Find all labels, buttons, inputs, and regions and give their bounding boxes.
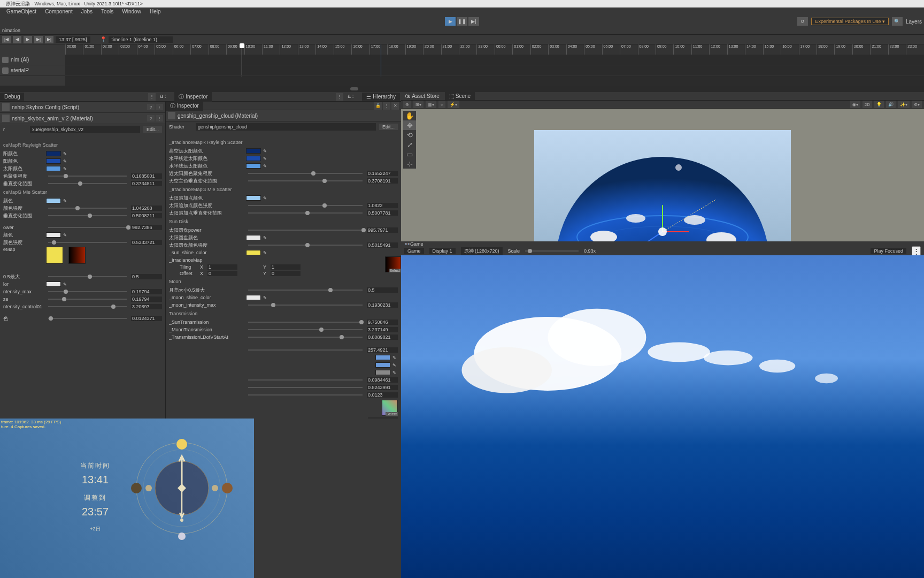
texture-slot[interactable]: Select <box>382 400 398 416</box>
eyedropper-icon[interactable]: ✎ <box>63 159 68 164</box>
menu-window[interactable]: Window <box>118 7 145 16</box>
value-field[interactable]: 257.4921 <box>367 347 398 353</box>
value-field[interactable]: 0.5015491 <box>367 242 398 248</box>
panel-opt-icon[interactable]: ⋮ <box>148 93 156 101</box>
slider[interactable] <box>48 208 127 209</box>
slider[interactable] <box>48 318 127 319</box>
play-focused-dropdown[interactable]: Play Focused <box>871 248 906 254</box>
eyedropper-icon[interactable]: ✎ <box>263 164 268 169</box>
color-swatch[interactable] <box>46 166 61 171</box>
step-button[interactable]: ▶| <box>468 17 479 26</box>
edit-button[interactable]: Edit... <box>143 126 162 133</box>
value-field[interactable]: 0.3734811 <box>131 181 162 186</box>
game-view[interactable] <box>401 255 924 578</box>
color-swatch[interactable] <box>246 163 261 169</box>
fx-toggle[interactable]: ✨▾ <box>898 101 910 108</box>
slider[interactable] <box>48 227 127 228</box>
color-swatch[interactable] <box>46 247 63 264</box>
tab-scene[interactable]: ⬚ Scene <box>445 92 475 100</box>
timeline-timecode[interactable]: 13:37 [.9925] <box>56 36 90 43</box>
value-field[interactable]: 0.5333721 <box>131 240 162 245</box>
menu-gameobject[interactable]: GameObject <box>2 7 41 16</box>
timeline-next-button[interactable]: ▶| <box>34 36 43 43</box>
eyedropper-icon[interactable]: ✎ <box>263 250 268 255</box>
value-field[interactable]: 0.5 <box>131 274 162 279</box>
animation-tab[interactable]: nimation <box>0 27 924 34</box>
pivot-button[interactable]: ⊕ <box>403 101 411 108</box>
color-swatch[interactable] <box>246 295 261 300</box>
rect-tool[interactable]: ▭ <box>403 149 416 159</box>
move-tool[interactable]: ✥ <box>403 120 416 130</box>
eyedropper-icon[interactable]: ✎ <box>63 233 68 238</box>
layers-dropdown[interactable]: Layers <box>906 19 922 25</box>
close-icon[interactable]: ✕ <box>391 102 399 110</box>
timeline-asset-dropdown[interactable]: timeline 1 (timeline 1) <box>109 36 173 43</box>
scene-view[interactable]: ✋ ✥ ⟲ ⤢ ▭ ⊹ <box>401 109 924 241</box>
material-header[interactable]: nship_skybox_anim_v 2 (Material) ?⋮ <box>0 113 165 124</box>
help-icon[interactable]: ? <box>147 115 155 121</box>
eyedropper-icon[interactable]: ✎ <box>263 149 268 154</box>
color-swatch[interactable] <box>46 151 61 156</box>
help-icon[interactable]: ? <box>147 104 155 110</box>
slider[interactable] <box>248 212 363 214</box>
color-swatch[interactable] <box>375 370 390 375</box>
lighting-toggle[interactable]: 💡 <box>874 101 884 108</box>
value-field[interactable]: 995.7971 <box>367 227 398 233</box>
gizmos-toggle[interactable]: ⚙▾ <box>912 101 922 108</box>
slider[interactable] <box>48 215 127 216</box>
scale-tool[interactable]: ⤢ <box>403 140 416 149</box>
timeline-play-button[interactable]: ▶ <box>24 36 32 43</box>
slider[interactable] <box>248 290 363 291</box>
value-field[interactable]: 0.5007781 <box>367 210 398 216</box>
undo-history-icon[interactable]: ↺ <box>797 17 808 26</box>
track-anim[interactable]: nim (Al) <box>0 55 65 65</box>
value-field[interactable]: 0.1685001 <box>131 173 162 179</box>
audio-toggle[interactable]: 🔊 <box>886 101 896 108</box>
lock-icon[interactable]: 🔒 <box>374 102 382 110</box>
grid-button[interactable]: ▦▾ <box>426 101 436 108</box>
tab-inspector-1[interactable]: ⓘ Inspector <box>174 92 212 102</box>
slider[interactable] <box>248 322 363 323</box>
eyedropper-icon[interactable]: ✎ <box>263 235 268 240</box>
value-field[interactable]: 0.0984461 <box>367 377 398 383</box>
menu-tools[interactable]: Tools <box>97 7 118 16</box>
value-field[interactable]: 0.8243991 <box>367 385 398 390</box>
color-swatch[interactable] <box>46 232 61 238</box>
2d-toggle[interactable]: 2D <box>863 101 872 108</box>
tab-hierarchy[interactable]: ☰ Hierarchy <box>362 93 400 101</box>
options-icon[interactable]: ⋮ <box>383 102 390 110</box>
game-view-dropdown[interactable]: Game <box>404 248 424 254</box>
value-field[interactable]: 0.8089821 <box>367 334 398 340</box>
value-field[interactable]: 9.750846 <box>367 320 398 325</box>
eyedropper-icon[interactable]: ✎ <box>263 156 268 161</box>
game-options-icon[interactable]: ⋮ <box>912 246 921 256</box>
tiling-y[interactable]: 1 <box>271 264 301 270</box>
value-field[interactable]: 0.19794 <box>131 296 162 302</box>
pause-button[interactable]: ❚❚ <box>457 17 467 26</box>
slider[interactable] <box>248 245 363 246</box>
slider[interactable] <box>248 173 363 174</box>
hand-tool[interactable]: ✋ <box>403 111 416 120</box>
timeline-marker-icon[interactable]: 📍 <box>100 36 106 42</box>
value-field[interactable]: 0.0124371 <box>131 316 162 321</box>
slider[interactable] <box>48 291 127 292</box>
eyedropper-icon[interactable]: ✎ <box>63 282 68 287</box>
experimental-packages-badge[interactable]: Experimental Packages In Use ▾ <box>811 18 889 25</box>
menu-component[interactable]: Component <box>41 7 77 16</box>
timeline-ruler[interactable]: 00:0001:0002:0003:0004:0005:0006:0007:00… <box>0 44 924 55</box>
eyedropper-icon[interactable]: ✎ <box>263 295 268 300</box>
value-field[interactable]: 3.20897 <box>131 304 162 309</box>
material-header-2[interactable]: genship_genship_cloud (Material) <box>166 110 401 121</box>
texture-swatch[interactable] <box>68 247 86 264</box>
scale-slider[interactable] <box>525 250 579 252</box>
tab-debug[interactable]: Debug <box>0 93 24 101</box>
value-field[interactable]: 0.0123 <box>367 392 398 398</box>
slider[interactable] <box>48 276 127 277</box>
slider[interactable] <box>48 299 127 300</box>
color-swatch[interactable] <box>246 195 261 201</box>
display-dropdown[interactable]: Display 1 <box>429 248 456 254</box>
value-field[interactable]: 1.0822 <box>367 203 398 208</box>
play-button[interactable]: ▶ <box>445 17 456 26</box>
value-field[interactable]: 3.237149 <box>367 327 398 332</box>
color-swatch[interactable] <box>46 282 61 287</box>
